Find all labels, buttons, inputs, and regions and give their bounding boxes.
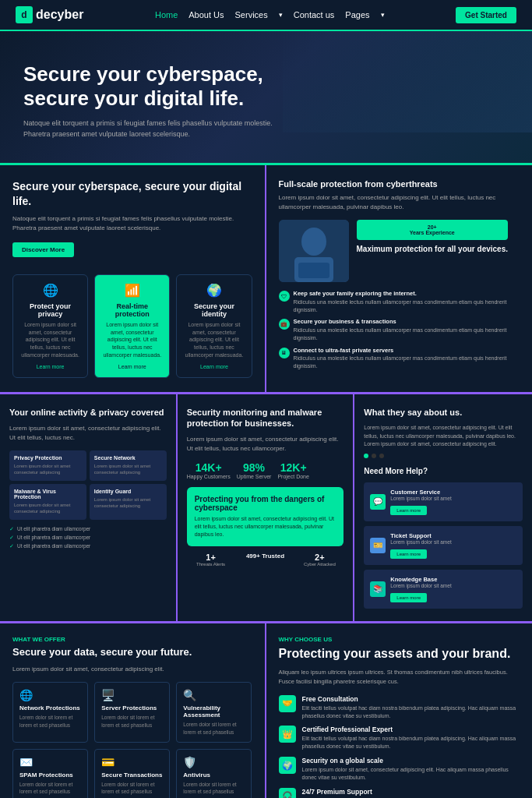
realtime-title: Real-time protection [101, 302, 163, 318]
expert-title: Certified Professional Expert [302, 726, 520, 733]
customer-service-title: Customer Service [390, 489, 451, 496]
testimonials-title: What they say about us. [364, 407, 523, 418]
stats-row: 14K+ Happy Customers 98% Uptime Server 1… [187, 461, 344, 479]
dot-1[interactable] [364, 454, 368, 458]
realtime-desc: Lorem ipsum dolor sit amet, consectetur … [101, 321, 163, 359]
vulnerability-desc: Lorem dolor sit lorem et lorem et sed ph… [183, 721, 245, 735]
mini-card-3-title: Malware & Virus Protection [14, 489, 82, 500]
customer-service-sub: Lorem ipsum dolor sit amet [390, 496, 451, 501]
transactions-desc: Lorem dolor sit lorem et lorem et sed ph… [101, 781, 163, 795]
consultation-desc: Elit taciti tellus volutpat hac diam nos… [302, 704, 520, 720]
feature-icon-1: 🛡 [279, 291, 290, 302]
col-services: WHAT WE OFFER Secure your data, secure y… [0, 623, 266, 798]
feature-row-consultation: 🤝 Free Consultation Elit taciti tellus v… [279, 695, 520, 720]
section-row-1: Secure your cyberspace, secure your digi… [0, 165, 532, 394]
mini-card-4: Identity Guard Lorem ipsum dolor sit ame… [90, 484, 167, 520]
consultation-title: Free Consultation [302, 695, 520, 703]
transactions-title: Secure Transactions [101, 772, 163, 779]
stat-uptime-number: 98% [237, 461, 272, 474]
support-card-2-text: Ticket Support Lorem ipsum dolor sit ame… [390, 532, 451, 559]
mini-card-1: Privacy Protection Lorem ipsum dolor sit… [9, 450, 86, 481]
feature-icon-2: 💼 [279, 319, 290, 330]
feature-item-3: 🖥 Connect to ultra-fast private servers … [279, 347, 520, 370]
global-desc: Lorem ipsum dolor sit amet, consectetur … [302, 766, 520, 782]
check-2: Ut elit pharetra diam ullamcorper [9, 535, 167, 541]
customer-service-icon: 💬 [370, 494, 386, 510]
hero-content: Secure your cyberspace, secure your digi… [23, 62, 273, 139]
check-3: Ut elit pharetra diam ullamcorper [9, 543, 167, 549]
privacy-icon: 🌐 [19, 283, 81, 298]
nav-about[interactable]: About Us [188, 10, 224, 19]
feature-row-global: 🌍 Security on a global scale Lorem ipsum… [279, 757, 520, 782]
dot-2[interactable] [372, 454, 376, 458]
vulnerability-icon: 🔍 [183, 689, 245, 701]
what-label: WHAT WE OFFER [12, 636, 252, 643]
global-icon: 🌍 [279, 757, 296, 774]
server-desc: Lorem dolor sit lorem et lorem et sed ph… [101, 714, 163, 728]
services-title: Secure your data, secure your future. [12, 646, 252, 659]
realtime-icon: 📶 [101, 283, 163, 298]
identity-link[interactable]: Learn more [183, 364, 245, 369]
spam-icon: ✉️ [19, 756, 81, 768]
server-icon: 🖥️ [101, 689, 163, 701]
support-icon: 🎧 [279, 788, 296, 798]
nav-contact[interactable]: Contact us [294, 10, 335, 19]
mini-card-2-title: Secure Network [94, 455, 162, 461]
trust-1-number: 1+ [187, 553, 235, 562]
green-banner-title: Protecting you from the dangers of cyber… [195, 495, 336, 512]
service-box-vulnerability: 🔍 Vulnerability Assessment Lorem dolor s… [176, 682, 252, 742]
stat-projects: 12K+ Project Done [277, 461, 308, 479]
service-card-privacy: 🌐 Protect your privacy Lorem ipsum dolor… [12, 274, 88, 378]
mini-card-3: Malware & Virus Protection Lorem ipsum d… [9, 484, 86, 520]
consultation-icon: 🤝 [279, 695, 296, 712]
stat-uptime: 98% Uptime Server [237, 461, 272, 479]
right-desc: Lorem ipsum dolor sit amet, consectetur … [279, 193, 520, 212]
nav-services[interactable]: Services [235, 10, 268, 19]
ticket-support-title: Ticket Support [390, 532, 451, 539]
nav-home[interactable]: Home [155, 10, 178, 19]
feature-icon-3: 🖥 [279, 348, 290, 358]
global-title: Security on a global scale [302, 757, 520, 764]
support-card-1-text: Customer Service Lorem ipsum dolor sit a… [390, 489, 451, 515]
logo[interactable]: d decyber [16, 6, 83, 23]
privacy-link[interactable]: Learn more [19, 364, 81, 369]
knowledge-base-title: Knowledge Base [390, 576, 451, 583]
discover-more-button[interactable]: Discover More [12, 242, 74, 257]
logo-text: decyber [36, 8, 83, 22]
security-desc: Lorem ipsum dolor sit amet, consectetur … [187, 435, 344, 454]
support-card-3-text: Knowledge Base Lorem ipsum dolor sit ame… [390, 576, 451, 602]
why-features: 🤝 Free Consultation Elit taciti tellus v… [279, 695, 520, 798]
green-banner-desc: Lorem ipsum dolor sit amet, consectetur … [195, 515, 336, 538]
transactions-icon: 💳 [101, 756, 163, 768]
testimonial-dots [364, 454, 523, 458]
mini-card-grid: Privacy Protection Lorem ipsum dolor sit… [9, 450, 167, 520]
col-activity: Your online activity & privacy covered L… [0, 394, 178, 621]
network-desc: Lorem dolor sit lorem et lorem et sed ph… [19, 714, 81, 728]
check-list: Ut elit pharetra diam ullamcorper Ut eli… [9, 526, 167, 549]
ticket-support-btn[interactable]: Learn more [390, 549, 427, 559]
activity-desc: Lorem ipsum dolor sit amet, consectetur … [9, 424, 167, 443]
services-desc: Lorem ipsum dolor sit amet, consectetur … [12, 665, 252, 674]
nav-links: Home About Us Services▾ Contact us Pages… [155, 10, 385, 19]
spam-desc: Lorem dolor sit lorem et lorem et sed ph… [19, 781, 81, 795]
hero-title: Secure your cyberspace, secure your digi… [23, 62, 273, 111]
feature-text-3: Connect to ultra-fast private servers Ri… [294, 347, 520, 370]
get-started-button[interactable]: Get Started [456, 7, 516, 23]
feature-item-1: 🛡 Keep safe your family exploring the in… [279, 290, 520, 313]
dot-3[interactable] [379, 454, 384, 458]
support-card-3: 📚 Knowledge Base Lorem ipsum dolor sit a… [364, 570, 523, 609]
support-content: 24/7 Premium Support Elit taciti tellus … [302, 788, 520, 798]
knowledge-base-btn[interactable]: Learn more [390, 593, 427, 602]
stat-projects-label: Project Done [277, 474, 308, 479]
nav-pages[interactable]: Pages [345, 10, 369, 19]
customer-service-btn[interactable]: Learn more [390, 506, 427, 515]
expert-icon: 👑 [279, 726, 296, 743]
realtime-link[interactable]: Learn more [101, 364, 163, 369]
ticket-support-sub: Lorem ipsum dolor sit amet [390, 539, 451, 545]
trust-3: 2+ Cyber Attacked [295, 553, 344, 567]
feature-row-support: 🎧 24/7 Premium Support Elit taciti tellu… [279, 788, 520, 798]
pages-arrow: ▾ [381, 11, 385, 19]
right-subtitle: Full-scale protection from cyberthreats [279, 179, 520, 189]
ticket-support-icon: 🎫 [370, 538, 386, 553]
stat-customers-number: 14K+ [187, 461, 231, 474]
